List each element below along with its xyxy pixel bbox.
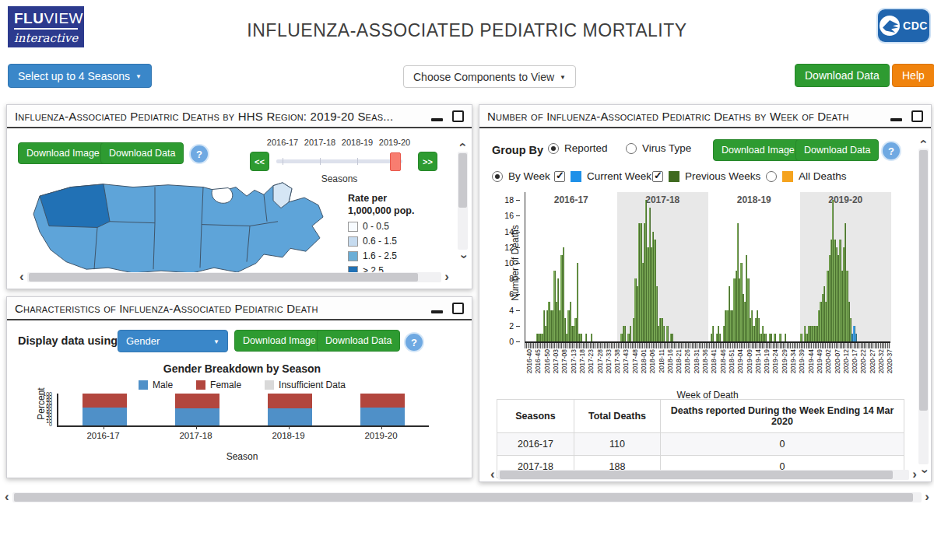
select-seasons-button[interactable]: Select up to 4 Seasons ▼	[8, 64, 152, 88]
map-download-data-button[interactable]: Download Data	[100, 142, 184, 164]
scrollbar-thumb[interactable]	[919, 150, 928, 411]
current-week-label: Current Week	[587, 170, 651, 182]
gender-chart-title: Gender Breakdown by Season	[57, 362, 427, 375]
scrollbar-thumb[interactable]	[458, 153, 467, 208]
minimize-icon[interactable]	[431, 310, 443, 313]
minimize-icon[interactable]	[890, 118, 902, 121]
chevron-down-icon[interactable]: ‹	[455, 254, 469, 259]
cdc-logo[interactable]: CDC	[878, 9, 929, 42]
download-data-label: Download Data	[325, 335, 392, 346]
scrollbar-track[interactable]	[12, 492, 922, 502]
season-slider-handle[interactable]	[390, 152, 401, 171]
radio-all-deaths[interactable]: All Deaths	[766, 170, 847, 182]
maximize-icon[interactable]	[452, 303, 464, 314]
chevron-left-icon[interactable]: ‹	[16, 273, 27, 281]
gender-stacked-bar[interactable]	[175, 394, 219, 425]
x-tick-label: 2017-28	[596, 349, 604, 373]
season-next-button[interactable]: >>	[418, 152, 437, 171]
table-row[interactable]: 2016-17 110 0	[497, 433, 904, 456]
x-tick-label: 2019-19	[763, 349, 771, 373]
legend-item: 0 - 0.5	[348, 221, 441, 232]
radio-button-icon[interactable]	[626, 143, 637, 154]
download-data-button[interactable]: Download Data	[795, 64, 890, 87]
scrollbar-track[interactable]	[918, 149, 929, 464]
fluview-logo[interactable]: FLUVIEW interactive	[8, 6, 84, 47]
weekly-horizontal-scrollbar[interactable]: ‹ ›	[487, 468, 920, 481]
map-region-10-pacific-northwest[interactable]	[40, 184, 110, 228]
season-prev-button[interactable]: <<	[250, 152, 269, 171]
radio-reported[interactable]: Reported	[548, 142, 608, 154]
characteristics-download-data-button[interactable]: Download Data	[317, 330, 400, 352]
bar-segment-male	[83, 408, 127, 425]
weekly-help-icon[interactable]: ?	[881, 141, 901, 161]
chevron-up-icon[interactable]: ‹	[916, 139, 930, 144]
bar-segment-female	[83, 394, 127, 408]
maximize-icon[interactable]	[911, 110, 923, 122]
chevron-left-icon[interactable]: ‹	[2, 493, 12, 501]
page-horizontal-scrollbar[interactable]: ‹ ›	[2, 491, 932, 503]
weekly-vertical-scrollbar[interactable]: ‹ ‹	[918, 135, 929, 478]
characteristics-help-icon[interactable]: ?	[404, 332, 424, 352]
radio-button-icon[interactable]	[492, 171, 503, 182]
x-tick-label: 2016-17	[80, 431, 127, 440]
scrollbar-track[interactable]	[498, 470, 910, 480]
checkbox-icon[interactable]	[652, 171, 663, 182]
checkbox-current-week[interactable]: Current Week	[554, 170, 651, 182]
y-tick-label: 18	[504, 195, 514, 205]
minimize-icon[interactable]	[431, 118, 443, 121]
y-tick-label: 16	[504, 211, 514, 220]
scrollbar-thumb[interactable]	[500, 471, 893, 479]
radio-virus-type[interactable]: Virus Type	[626, 142, 691, 154]
chevron-right-icon[interactable]: ›	[922, 493, 932, 501]
slider-tick	[357, 158, 358, 165]
radio-by-week[interactable]: By Week	[492, 170, 550, 182]
x-tick-label: 2019-49	[816, 349, 823, 373]
weekly-y-axis-ticks: 181614121086420	[500, 192, 520, 341]
season-slider-track[interactable]	[276, 159, 402, 163]
chevron-right-icon[interactable]: ›	[909, 471, 920, 478]
bar-segment-female	[175, 394, 219, 408]
x-tick-label: 2019-14	[754, 349, 762, 373]
map-download-image-button[interactable]: Download Image	[18, 142, 108, 164]
map-vertical-scrollbar[interactable]: ‹ ‹	[457, 138, 469, 264]
week-deaths-cell: 0	[661, 433, 904, 456]
x-tick-label: 2020-37	[886, 349, 894, 373]
bar-segment-female	[268, 394, 312, 408]
chevron-down-icon: ▼	[135, 73, 142, 80]
gender-stacked-bar[interactable]	[83, 394, 127, 425]
legend-label: Male	[153, 380, 173, 390]
chevron-right-icon[interactable]: ›	[441, 273, 452, 281]
map-help-icon[interactable]: ?	[189, 144, 209, 164]
weekly-download-data-button[interactable]: Download Data	[795, 139, 879, 161]
window-controls	[431, 110, 464, 122]
gender-x-axis-label: Season	[57, 451, 427, 462]
characteristics-download-image-button[interactable]: Download Image	[234, 330, 325, 352]
gender-stacked-bar[interactable]	[268, 394, 312, 425]
weekly-panel-title: Number of Influenza-Associated Pediatric…	[487, 110, 849, 123]
scrollbar-track[interactable]	[27, 272, 442, 282]
choose-components-label: Choose Components to View	[413, 71, 554, 83]
help-label: Help	[902, 69, 925, 82]
map-horizontal-scrollbar[interactable]: ‹ ›	[16, 271, 452, 283]
choose-components-button[interactable]: Choose Components to View ▼	[403, 65, 576, 88]
maximize-icon[interactable]	[452, 110, 464, 122]
legend-label: 0.6 - 1.5	[363, 236, 397, 247]
scrollbar-thumb[interactable]	[29, 273, 418, 282]
scrollbar-track[interactable]	[458, 152, 468, 250]
scrollbar-thumb[interactable]	[14, 493, 913, 502]
radio-button-icon[interactable]	[548, 143, 559, 154]
help-button[interactable]: Help	[892, 64, 934, 87]
table-header-row: Seasons Total Deaths Deaths reported Dur…	[497, 400, 904, 433]
week-slot	[890, 192, 892, 341]
chevron-up-icon[interactable]: ‹	[455, 142, 469, 147]
x-tick-label: 2016-40	[525, 349, 533, 373]
gender-stacked-bar[interactable]	[360, 394, 405, 425]
chevron-left-icon[interactable]: ‹	[487, 471, 498, 478]
weekly-download-image-button[interactable]: Download Image	[713, 139, 803, 161]
fluview-logo-wordmark: FLUVIEW	[14, 10, 78, 30]
checkbox-previous-weeks[interactable]: Previous Weeks	[652, 170, 760, 182]
checkbox-icon[interactable]	[554, 171, 565, 182]
map-legend: Rate per 1,000,000 pop. 0 - 0.5 0.6 - 1.…	[348, 192, 441, 276]
characteristic-dropdown[interactable]: Gender ▼	[118, 330, 228, 352]
radio-button-icon[interactable]	[766, 171, 777, 182]
